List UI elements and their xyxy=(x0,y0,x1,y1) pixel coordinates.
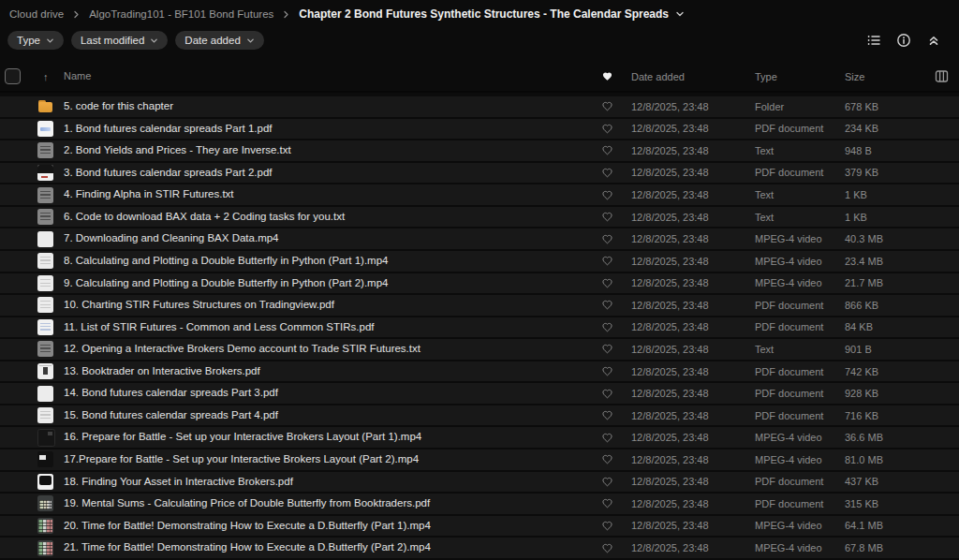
favorites-column-heart-icon[interactable] xyxy=(602,71,612,81)
breadcrumb-item-parent[interactable]: AlgoTrading101 - BF101 Bond Futures xyxy=(89,8,273,20)
favorite-toggle[interactable] xyxy=(597,477,617,487)
table-row[interactable]: 6. Code to download BAX data + 2 Coding … xyxy=(0,207,959,229)
favorite-toggle[interactable] xyxy=(597,366,617,376)
table-row[interactable]: 16. Prepare for Battle - Set up your Int… xyxy=(0,427,959,449)
date-added-cell: 12/8/2025, 23:48 xyxy=(617,123,755,134)
table-row[interactable]: 13. Booktrader on Interactive Brokers.pd… xyxy=(0,361,959,384)
file-thumbnail-icon xyxy=(37,341,53,357)
column-header-type[interactable]: Type xyxy=(755,71,777,82)
file-name[interactable]: 9. Calculating and Plotting a Double But… xyxy=(64,273,597,295)
favorite-toggle[interactable] xyxy=(597,300,617,310)
file-name[interactable]: 15. Bond futures calendar spreads Part 4… xyxy=(64,405,597,427)
favorite-toggle[interactable] xyxy=(597,543,617,553)
table-row[interactable]: 20. Time for Battle! Demonstrating How t… xyxy=(0,516,959,538)
favorite-toggle[interactable] xyxy=(597,278,617,288)
file-thumbnail-icon xyxy=(37,495,53,511)
file-name[interactable]: 18. Finding Your Asset in Interactive Br… xyxy=(64,471,597,494)
favorite-toggle[interactable] xyxy=(597,433,617,443)
size-cell: 21.7 MB xyxy=(845,277,927,288)
favorite-toggle[interactable] xyxy=(597,234,617,244)
table-row[interactable]: 8. Calculating and Plotting a Double But… xyxy=(0,251,959,273)
type-cell: PDF document xyxy=(755,167,845,178)
type-cell: PDF document xyxy=(755,321,845,332)
file-thumbnail-icon xyxy=(37,386,53,402)
chevron-down-icon[interactable] xyxy=(675,9,685,19)
file-name[interactable]: 13. Booktrader on Interactive Brokers.pd… xyxy=(64,361,597,383)
favorite-toggle[interactable] xyxy=(597,190,617,200)
file-name[interactable]: 12. Opening a Interactive Brokers Demo a… xyxy=(64,338,597,361)
file-name[interactable]: 5. code for this chapter xyxy=(64,96,597,118)
table-row[interactable]: 12. Opening a Interactive Brokers Demo a… xyxy=(0,339,959,361)
favorite-toggle[interactable] xyxy=(597,124,617,134)
file-name[interactable]: 3. Bond futures calendar spreads Part 2.… xyxy=(64,162,597,184)
filter-date-added-button[interactable]: Date added xyxy=(175,31,263,50)
info-icon[interactable] xyxy=(895,33,911,49)
table-row[interactable]: 18. Finding Your Asset in Interactive Br… xyxy=(0,472,959,494)
column-header-name[interactable]: Name xyxy=(64,66,91,88)
heart-outline-icon xyxy=(602,543,612,553)
table-row[interactable]: 9. Calculating and Plotting a Double But… xyxy=(0,273,959,296)
file-name[interactable]: 21. Time for Battle! Demonstrating How t… xyxy=(64,537,597,559)
table-row[interactable]: 19. Mental Sums - Calculating Price of D… xyxy=(0,494,959,516)
file-thumbnail-icon xyxy=(37,518,53,534)
date-added-cell: 12/8/2025, 23:48 xyxy=(617,277,755,288)
date-added-cell: 12/8/2025, 23:48 xyxy=(617,300,755,311)
table-row[interactable]: 14. Bond futures calendar spreads Part 3… xyxy=(0,383,959,405)
table-row[interactable]: 21. Time for Battle! Demonstrating How t… xyxy=(0,538,959,560)
list-view-icon[interactable] xyxy=(865,33,881,49)
file-name[interactable]: 11. List of STIR Futures - Common and Le… xyxy=(64,317,597,339)
table-row[interactable]: 3. Bond futures calendar spreads Part 2.… xyxy=(0,163,959,185)
table-row[interactable]: 17.Prepare for Battle - Set up your Inte… xyxy=(0,449,959,472)
date-added-cell: 12/8/2025, 23:48 xyxy=(617,366,755,377)
favorite-toggle[interactable] xyxy=(597,454,617,464)
table-row[interactable]: 15. Bond futures calendar spreads Part 4… xyxy=(0,405,959,428)
chevron-down-icon xyxy=(246,37,255,45)
favorite-toggle[interactable] xyxy=(597,389,617,399)
table-row[interactable]: 1. Bond futures calendar spreads Part 1.… xyxy=(0,119,959,141)
file-name[interactable]: 7. Downloading and Cleaning BAX Data.mp4 xyxy=(64,228,597,250)
table-row[interactable]: 2. Bond Yields and Prices - They are Inv… xyxy=(0,140,959,163)
date-added-cell: 12/8/2025, 23:48 xyxy=(617,410,755,421)
table-row[interactable]: 11. List of STIR Futures - Common and Le… xyxy=(0,317,959,340)
filter-last-modified-button[interactable]: Last modified xyxy=(71,31,168,50)
file-thumbnail-icon xyxy=(37,98,53,114)
file-name[interactable]: 16. Prepare for Battle - Set up your Int… xyxy=(64,426,597,449)
file-name[interactable]: 20. Time for Battle! Demonstrating How t… xyxy=(64,515,597,538)
favorite-toggle[interactable] xyxy=(597,410,617,420)
favorite-toggle[interactable] xyxy=(597,344,617,354)
collapse-icon[interactable] xyxy=(925,33,941,49)
filter-type-button[interactable]: Type xyxy=(7,31,64,50)
file-name[interactable]: 4. Finding Alpha in STIR Futures.txt xyxy=(64,184,597,206)
columns-settings-icon[interactable] xyxy=(935,69,949,83)
file-name[interactable]: 8. Calculating and Plotting a Double But… xyxy=(64,250,597,273)
type-cell: PDF document xyxy=(755,410,845,421)
file-name[interactable]: 1. Bond futures calendar spreads Part 1.… xyxy=(64,118,597,140)
favorite-toggle[interactable] xyxy=(597,521,617,531)
file-name[interactable]: 17.Prepare for Battle - Set up your Inte… xyxy=(64,449,597,471)
favorite-toggle[interactable] xyxy=(597,256,617,266)
favorite-toggle[interactable] xyxy=(597,498,617,508)
breadcrumb-item-current[interactable]: Chapter 2 Bond Futures Synthetic Structu… xyxy=(299,7,669,21)
file-name[interactable]: 2. Bond Yields and Prices - They are Inv… xyxy=(64,140,597,162)
breadcrumb-item-root[interactable]: Cloud drive xyxy=(9,8,64,20)
select-all-checkbox[interactable] xyxy=(5,68,21,84)
table-row[interactable]: 10. Charting STIR Futures Structures on … xyxy=(0,295,959,317)
file-name[interactable]: 14. Bond futures calendar spreads Part 3… xyxy=(64,382,597,405)
file-name[interactable]: 10. Charting STIR Futures Structures on … xyxy=(64,294,597,317)
size-cell: 40.3 MB xyxy=(845,233,927,244)
table-row[interactable]: 7. Downloading and Cleaning BAX Data.mp4… xyxy=(0,228,959,251)
file-thumbnail-icon xyxy=(37,231,53,247)
file-name[interactable]: 19. Mental Sums - Calculating Price of D… xyxy=(64,493,597,515)
column-header-date-added[interactable]: Date added xyxy=(631,71,685,82)
favorite-toggle[interactable] xyxy=(597,168,617,178)
favorite-toggle[interactable] xyxy=(597,145,617,155)
favorite-toggle[interactable] xyxy=(597,101,617,111)
heart-outline-icon xyxy=(602,234,612,244)
favorite-toggle[interactable] xyxy=(597,212,617,222)
column-header-size[interactable]: Size xyxy=(845,71,864,82)
table-row[interactable]: 4. Finding Alpha in STIR Futures.txt 12/… xyxy=(0,184,959,207)
table-row[interactable]: 5. code for this chapter 12/8/2025, 23:4… xyxy=(0,96,959,119)
file-name[interactable]: 6. Code to download BAX data + 2 Coding … xyxy=(64,206,597,228)
favorite-toggle[interactable] xyxy=(597,322,617,332)
sort-arrow-icon[interactable]: ↑ xyxy=(37,71,49,82)
